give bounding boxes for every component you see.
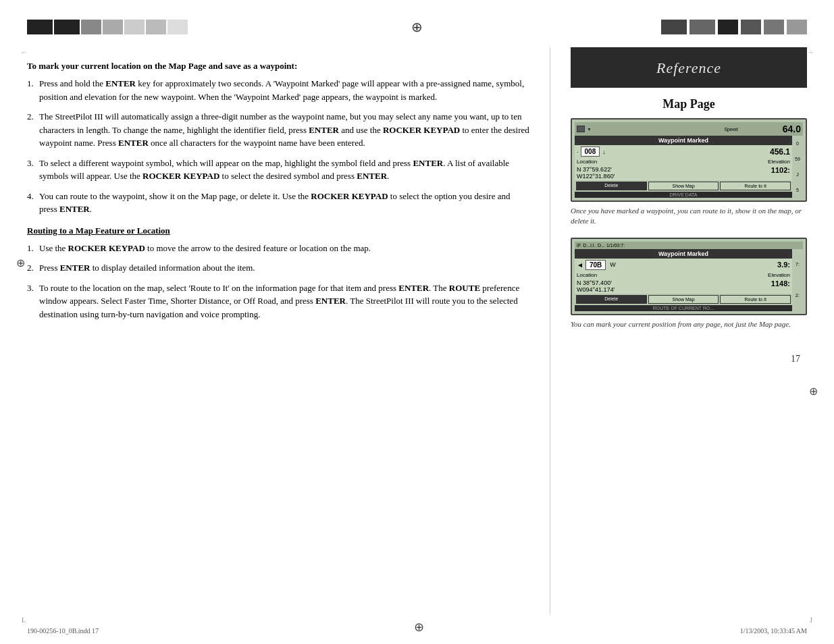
route-bold: ROUTE <box>449 283 480 293</box>
gps2-field-7ob: 70B <box>585 260 606 270</box>
step-num-4: 4. <box>27 190 39 216</box>
instruction-heading: To mark your current location on the Map… <box>27 61 529 72</box>
gps2-btn-route[interactable]: Route to It <box>720 295 791 304</box>
gps2-coord2: W094°41.174' <box>577 286 615 293</box>
gps2-location-label: Location <box>577 272 597 278</box>
enter-bold-8: ENTER <box>398 283 429 293</box>
gps1-menu-icon: ▼ <box>587 127 592 132</box>
gps1-elevation-label: Elevation <box>768 159 790 165</box>
gps2-triangle: ◄ <box>577 261 583 269</box>
footer: 190-00256-10_0B.indd 17 ⊕ 1/13/2003, 10:… <box>0 614 834 644</box>
gps-screen-1: ▼ Speed 64.0 Waypoint Marked · 008 ↓ <box>571 118 807 202</box>
gps2-btn-show-map[interactable]: Show Map <box>648 295 719 304</box>
gps2-top-text: IF. D...l.l.. D... 1/1/00:7: <box>577 243 625 248</box>
rocker-bold-1: ROCKER KEYPAD <box>383 125 460 135</box>
bar-r-seg-3 <box>718 20 738 34</box>
gps1-waypoint-bar: Waypoint Marked <box>575 136 792 145</box>
gps1-btn-show-map[interactable]: Show Map <box>648 182 719 190</box>
gps1-btn-delete[interactable]: Delete <box>576 182 647 190</box>
bar-seg-5 <box>124 20 145 34</box>
bar-seg-3 <box>81 20 101 34</box>
footer-left: 190-00256-10_0B.indd 17 <box>27 627 99 635</box>
corner-mark-br: J <box>810 616 812 624</box>
corner-mark-tr: ¬ <box>808 49 812 56</box>
bar-r-seg-2 <box>689 20 715 34</box>
footer-center-crosshair: ⊕ <box>414 620 424 635</box>
enter-bold-3: ENTER <box>118 138 149 148</box>
top-bar: ⊕ <box>0 0 834 47</box>
steps-list: 1. Press and hold the ENTER key for appr… <box>27 77 529 216</box>
caption-2: You can mark your current position from … <box>571 319 807 329</box>
gps2-elevation-label: Elevation <box>768 272 790 278</box>
gps1-speed-label: Speed <box>679 127 782 132</box>
bar-r-seg-4 <box>741 20 761 34</box>
routing-step-num-3: 3. <box>27 281 39 321</box>
enter-bold-2: ENTER <box>309 125 339 135</box>
enter-bold-6: ENTER <box>59 204 90 214</box>
gps1-elev-val: 456.1 <box>770 147 790 157</box>
step-text-4: You can route to the waypoint, show it o… <box>39 190 529 216</box>
enter-bold-1: ENTER <box>105 78 136 88</box>
list-item: 2. Press ENTER to display detailed infor… <box>27 261 529 275</box>
routing-step-text-1: Use the ROCKER KEYPAD to move the arrow … <box>39 242 529 255</box>
bar-seg-2 <box>54 20 80 34</box>
right-column: Reference Map Page ▼ Speed 64.0 <box>550 47 807 614</box>
rocker-bold-4: ROCKER KEYPAD <box>68 243 145 253</box>
list-item: 3. To route to the location on the map, … <box>27 281 529 321</box>
left-column: To mark your current location on the Map… <box>27 47 550 614</box>
bar-seg-6 <box>146 20 166 34</box>
gps-screen-2: IF. D...l.l.. D... 1/1/00:7: Waypoint Ma… <box>571 238 807 315</box>
main-content: To mark your current location on the Map… <box>0 47 834 614</box>
gps1-elev-val2: 1102: <box>771 166 790 180</box>
bar-r-seg-1 <box>661 20 687 34</box>
top-bar-left-segments <box>27 20 188 34</box>
gps1-coord2: W122°31.860' <box>577 173 615 180</box>
gps1-dot: · <box>577 149 579 155</box>
rocker-bold-3: ROCKER KEYPAD <box>311 191 388 201</box>
list-item: 4. You can route to the waypoint, show i… <box>27 190 529 216</box>
gps2-side-panel: 7: 2: <box>792 249 803 311</box>
step-text-1: Press and hold the ENTER key for approxi… <box>39 77 529 103</box>
gps2-coord1: N 38°57.400' <box>577 279 615 286</box>
list-item: 1. Press and hold the ENTER key for appr… <box>27 77 529 103</box>
routing-steps-list: 1. Use the ROCKER KEYPAD to move the arr… <box>27 242 529 321</box>
gps1-btn-route[interactable]: Route to It <box>720 182 791 190</box>
gps1-bottom-bar: DRIVE DATA <box>575 192 792 198</box>
bar-seg-4 <box>103 20 123 34</box>
routing-step-text-3: To route to the location on the map, sel… <box>39 281 529 321</box>
page-number: 17 <box>571 354 800 365</box>
gps2-waypoint-bar: Waypoint Marked <box>575 249 792 259</box>
gps2-w-val: 3.9: <box>777 261 790 269</box>
routing-step-num-2: 2. <box>27 261 39 275</box>
gps2-elev-val: 1148: <box>771 279 790 293</box>
left-margin-crosshair: ⊕ <box>16 257 25 269</box>
map-page-title: Map Page <box>571 88 807 118</box>
bar-r-seg-6 <box>787 20 807 34</box>
footer-right: 1/13/2003, 10:33:45 AM <box>740 627 807 635</box>
gps1-coord1: N 37°59.622' <box>577 166 615 173</box>
right-margin-crosshair: ⊕ <box>809 385 818 398</box>
routing-step-num-1: 1. <box>27 242 39 255</box>
step-num-2: 2. <box>27 110 39 150</box>
center-crosshair: ⊕ <box>411 19 423 35</box>
list-item: 3. To select a different waypoint symbol… <box>27 157 529 183</box>
step-num-3: 3. <box>27 157 39 183</box>
reference-title: Reference <box>656 59 721 76</box>
enter-bold-7: ENTER <box>60 263 90 273</box>
gps1-arrow-down: ↓ <box>602 149 606 155</box>
corner-mark-tl: ⌐ <box>22 49 26 56</box>
enter-bold-9: ENTER <box>315 296 346 306</box>
gps1-speed-value: 64.0 <box>783 124 801 134</box>
gps2-btn-delete[interactable]: Delete <box>576 295 647 304</box>
enter-bold-4: ENTER <box>413 158 443 168</box>
rocker-bold-2: ROCKER KEYPAD <box>142 171 219 181</box>
top-bar-right-segments <box>661 20 807 34</box>
bar-seg-7 <box>167 20 188 34</box>
caption-1: Once you have marked a waypoint, you can… <box>571 206 807 227</box>
list-item: 2. The StreetPilot III will automaticall… <box>27 110 529 150</box>
gps1-location-label: Location <box>577 159 597 165</box>
bar-r-seg-5 <box>764 20 784 34</box>
list-item: 1. Use the ROCKER KEYPAD to move the arr… <box>27 242 529 255</box>
gps1-side-panel: 0 59 J 5 <box>792 136 803 198</box>
step-text-3: To select a different waypoint symbol, w… <box>39 157 529 183</box>
